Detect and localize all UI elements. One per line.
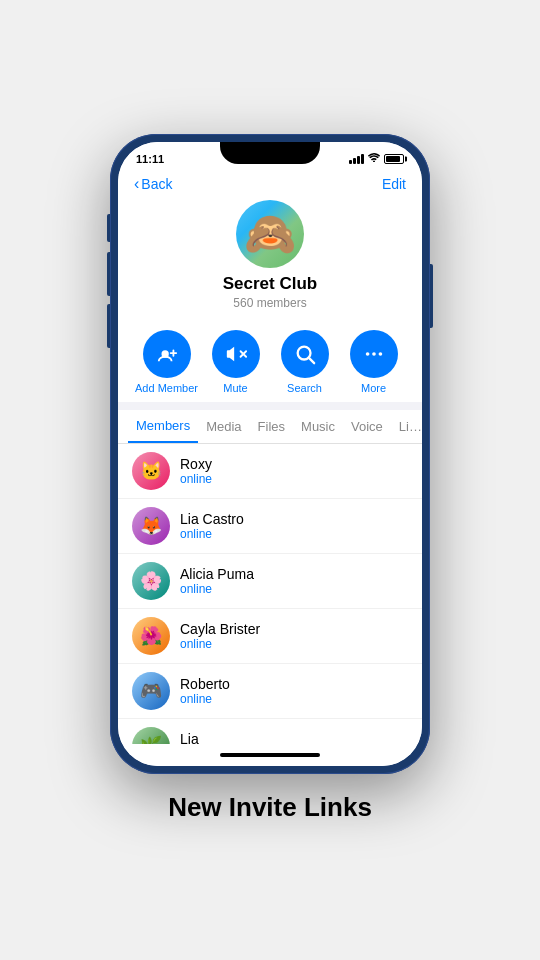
avatar: 🌺 (132, 617, 170, 655)
avatar-emoji: 🙈 (244, 213, 296, 255)
member-row[interactable]: 🌿 Lia online (118, 719, 422, 744)
member-name: Lia Castro (180, 511, 244, 527)
mute-icon (212, 330, 260, 378)
member-name: Roxy (180, 456, 212, 472)
back-button[interactable]: ‹ Back (134, 176, 172, 192)
avatar: 🦊 (132, 507, 170, 545)
status-icons (349, 153, 404, 164)
member-name: Cayla Brister (180, 621, 260, 637)
status-time: 11:11 (136, 153, 164, 165)
nav-bar: ‹ Back Edit (118, 170, 422, 196)
member-name: Roberto (180, 676, 230, 692)
member-row[interactable]: 🦊 Lia Castro online (118, 499, 422, 554)
action-buttons-bar: Add Member Mute (118, 320, 422, 402)
phone-screen: 11:11 ‹ Back Edit (118, 142, 422, 766)
search-icon (281, 330, 329, 378)
avatar: 🌸 (132, 562, 170, 600)
member-row[interactable]: 🎮 Roberto online (118, 664, 422, 719)
more-icon (350, 330, 398, 378)
group-avatar: 🙈 (236, 200, 304, 268)
group-name: Secret Club (223, 274, 317, 294)
member-row[interactable]: 🌸 Alicia Puma online (118, 554, 422, 609)
wifi-icon (368, 153, 380, 164)
back-label: Back (141, 176, 172, 192)
page-footer-title: New Invite Links (168, 774, 372, 847)
member-row[interactable]: 🌺 Cayla Brister online (118, 609, 422, 664)
tab-links[interactable]: Li… (391, 411, 422, 442)
svg-point-7 (378, 352, 382, 356)
add-member-label: Add Member (135, 382, 198, 394)
member-status: online (180, 472, 212, 486)
member-status: online (180, 692, 230, 706)
home-indicator (118, 744, 422, 766)
section-divider (118, 402, 422, 410)
tab-media[interactable]: Media (198, 411, 249, 442)
member-name: Alicia Puma (180, 566, 254, 582)
mute-button[interactable]: Mute (203, 330, 268, 394)
tab-voice[interactable]: Voice (343, 411, 391, 442)
search-label: Search (287, 382, 322, 394)
signal-icon (349, 154, 364, 164)
svg-point-6 (372, 352, 376, 356)
svg-point-5 (365, 352, 369, 356)
more-label: More (361, 382, 386, 394)
mute-label: Mute (223, 382, 247, 394)
member-status: online (180, 637, 260, 651)
add-member-icon (143, 330, 191, 378)
notch (220, 142, 320, 164)
back-chevron-icon: ‹ (134, 176, 139, 192)
member-name: Lia (180, 731, 212, 744)
avatar: 🐱 (132, 452, 170, 490)
tab-music[interactable]: Music (293, 411, 343, 442)
member-status: online (180, 582, 254, 596)
add-member-button[interactable]: Add Member (134, 330, 199, 394)
search-button[interactable]: Search (272, 330, 337, 394)
more-button[interactable]: More (341, 330, 406, 394)
edit-button[interactable]: Edit (382, 176, 406, 192)
member-status: online (180, 527, 244, 541)
tab-members[interactable]: Members (128, 410, 198, 443)
tab-files[interactable]: Files (250, 411, 293, 442)
members-list: 🐱 Roxy online 🦊 Lia Castro online 🌸 Alic… (118, 444, 422, 744)
tabs-bar: Members Media Files Music Voice Li… (118, 410, 422, 444)
home-bar (220, 753, 320, 757)
group-profile: 🙈 Secret Club 560 members (118, 196, 422, 320)
battery-icon (384, 154, 404, 164)
avatar: 🎮 (132, 672, 170, 710)
phone-frame: 11:11 ‹ Back Edit (110, 134, 430, 774)
svg-line-4 (308, 357, 314, 363)
avatar: 🌿 (132, 727, 170, 744)
group-members-count: 560 members (233, 296, 306, 310)
status-bar: 11:11 (118, 142, 422, 170)
member-row[interactable]: 🐱 Roxy online (118, 444, 422, 499)
